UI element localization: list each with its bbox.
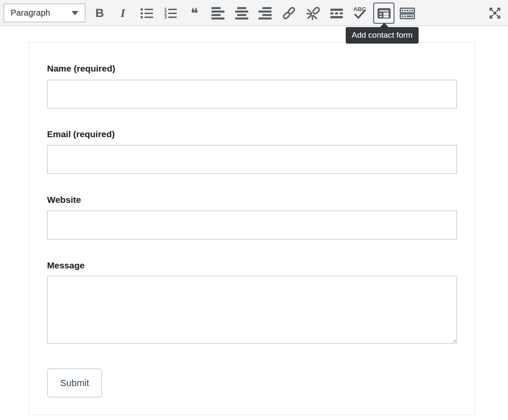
align-right-button[interactable] xyxy=(255,4,274,22)
blockquote-button[interactable]: ❝ xyxy=(185,4,204,22)
submit-button[interactable]: Submit xyxy=(47,368,102,398)
bold-icon: B xyxy=(95,6,104,20)
align-left-icon xyxy=(210,6,226,21)
italic-icon: I xyxy=(121,6,125,20)
email-label: Email (required) xyxy=(47,129,115,139)
fullscreen-icon xyxy=(488,6,502,20)
tooltip-arrow xyxy=(380,23,389,28)
name-label: Name (required) xyxy=(47,64,115,74)
numbered-list-icon: 1 2 3 xyxy=(163,6,178,21)
align-right-icon xyxy=(257,6,273,21)
contact-form-icon xyxy=(376,6,392,21)
bulleted-list-icon xyxy=(139,6,155,21)
editor-toolbar: Paragraph B I 1 2 3 ❝ xyxy=(0,0,508,26)
keyboard-icon xyxy=(399,5,416,22)
numbered-list-button[interactable]: 1 2 3 xyxy=(161,4,180,22)
italic-button[interactable]: I xyxy=(114,4,132,22)
website-label: Website xyxy=(47,195,81,205)
add-contact-form-button[interactable] xyxy=(373,3,394,24)
fullscreen-button[interactable] xyxy=(486,4,504,22)
insert-link-button[interactable] xyxy=(280,4,298,22)
insert-read-more-button[interactable] xyxy=(327,4,346,22)
dropdown-caret-icon xyxy=(72,11,78,15)
paragraph-dropdown[interactable]: Paragraph xyxy=(3,3,86,22)
blockquote-icon: ❝ xyxy=(191,6,198,20)
align-center-icon xyxy=(234,6,250,21)
svg-text:3: 3 xyxy=(164,14,167,19)
read-more-tag-icon xyxy=(329,6,344,21)
remove-link-button[interactable] xyxy=(304,4,323,22)
website-input[interactable] xyxy=(47,210,457,240)
spellcheck-button[interactable]: ABC xyxy=(350,4,369,22)
align-left-button[interactable] xyxy=(208,4,227,22)
bold-button[interactable]: B xyxy=(90,4,109,22)
bulleted-list-button[interactable] xyxy=(137,4,156,22)
toolbar-toggle-button[interactable] xyxy=(398,4,416,22)
paragraph-dropdown-value: Paragraph xyxy=(11,8,50,18)
link-icon xyxy=(281,5,297,21)
name-input[interactable] xyxy=(47,80,457,109)
email-input[interactable] xyxy=(47,145,457,174)
message-label: Message xyxy=(47,260,85,271)
align-center-button[interactable] xyxy=(232,4,251,22)
spellcheck-icon: ABC xyxy=(352,5,368,21)
contact-form-preview: Name (required) Email (required) Website… xyxy=(28,42,475,415)
message-textarea[interactable] xyxy=(47,276,457,344)
broken-link-icon xyxy=(305,5,322,21)
add-contact-form-tooltip: Add contact form xyxy=(346,27,419,44)
